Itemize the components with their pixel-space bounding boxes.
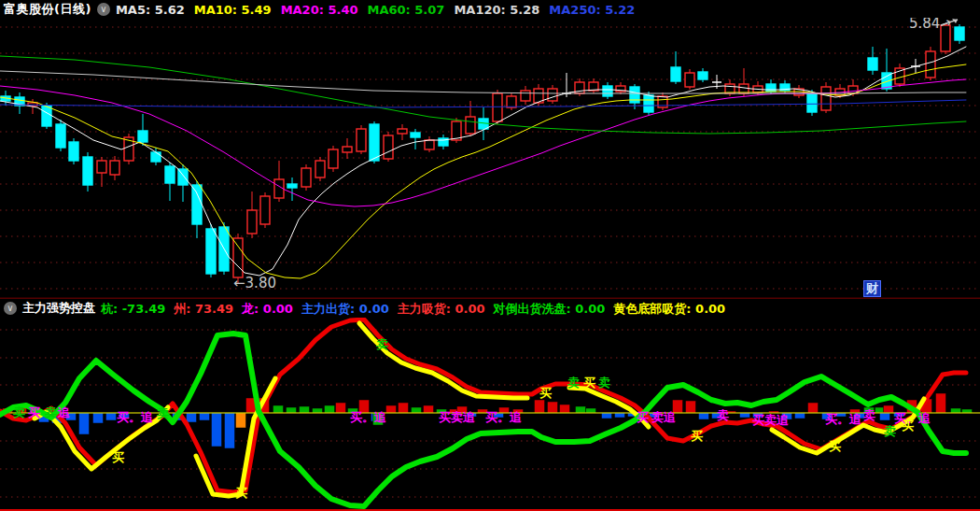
- svg-text:卖: 卖: [863, 408, 875, 422]
- indicator-values: 杭: -73.49州: 73.49龙: 0.00主力出货: 0.00主力吸货: …: [101, 299, 734, 318]
- ma-label: MA250: 5.22: [549, 3, 635, 17]
- svg-text:买: 买: [539, 386, 552, 400]
- svg-text:买卖追: 买卖追: [752, 413, 789, 427]
- svg-text:买: 买: [28, 405, 40, 419]
- indicator-header: ∨ 主力强势控盘 杭: -73.49州: 73.49龙: 0.00主力出货: 0…: [0, 298, 980, 318]
- ma-label: MA10: 5.49: [194, 3, 272, 17]
- indicator-field: 主力吸货: 0.00: [398, 302, 485, 316]
- ma-label: MA20: 5.40: [281, 3, 358, 17]
- svg-text:追: 追: [57, 405, 70, 419]
- svg-text:买。追: 买。追: [825, 412, 861, 426]
- symbol-title: 富奥股份(日线): [4, 1, 91, 18]
- svg-text:买。追: 买。追: [485, 410, 522, 424]
- indicator-chart[interactable]: 卖买卖追买买。追卖买买。追卖买卖追买。追买卖买卖买卖追买卖买卖追买。追买卖卖买。…: [0, 318, 980, 511]
- ma-label: MA120: 5.28: [454, 3, 539, 17]
- indicator-title: 主力强势控盘: [22, 300, 95, 317]
- cai-watermark-badge: 财: [863, 280, 881, 297]
- svg-text:卖: 卖: [567, 376, 580, 390]
- trading-app-window: 富奥股份(日线) ∨ MA5: 5.62MA10: 5.49MA20: 5.40…: [0, 0, 980, 511]
- price-chart-header: 富奥股份(日线) ∨ MA5: 5.62MA10: 5.49MA20: 5.40…: [0, 0, 980, 18]
- svg-text:卖: 卖: [157, 406, 169, 420]
- candlestick-chart[interactable]: [0, 0, 980, 299]
- svg-text:卖: 卖: [884, 424, 896, 438]
- svg-text:买卖追: 买卖追: [439, 410, 475, 424]
- svg-text:买: 买: [235, 486, 247, 500]
- svg-text:卖: 卖: [13, 405, 25, 419]
- svg-text:买: 买: [637, 410, 649, 424]
- chevron-down-icon[interactable]: ∨: [4, 302, 17, 315]
- ma-legend: MA5: 5.62MA10: 5.49MA20: 5.40MA60: 5.07M…: [116, 0, 644, 18]
- svg-text:买: 买: [902, 419, 914, 433]
- indicator-field: 黄色底部吸货: 0.00: [613, 302, 725, 316]
- ma-label: MA5: 5.62: [116, 3, 185, 17]
- svg-text:买: 买: [112, 450, 124, 464]
- indicator-field: 杭: -73.49: [101, 302, 165, 316]
- svg-text:买。追: 买。追: [117, 410, 153, 424]
- ma-label: MA60: 5.07: [368, 3, 445, 17]
- svg-text:买: 买: [829, 439, 841, 453]
- indicator-field: 州: 73.49: [174, 302, 233, 316]
- svg-text:买: 买: [691, 429, 703, 443]
- svg-text:买: 买: [583, 376, 595, 390]
- low-arrow-icon: ←: [233, 275, 245, 291]
- svg-text:卖: 卖: [598, 376, 610, 390]
- price-low-label: ←3.80: [233, 275, 276, 291]
- indicator-field: 主力出货: 0.00: [301, 302, 389, 316]
- indicator-field: 龙: 0.00: [242, 302, 293, 316]
- svg-text:买。追: 买。追: [350, 410, 386, 424]
- svg-text:卖: 卖: [45, 405, 57, 419]
- svg-text:卖: 卖: [717, 408, 729, 422]
- svg-text:卖追: 卖追: [651, 410, 676, 424]
- chevron-down-icon[interactable]: ∨: [97, 3, 110, 16]
- indicator-field: 对倒出货洗盘: 0.00: [494, 302, 606, 316]
- svg-text:卖: 卖: [376, 337, 388, 351]
